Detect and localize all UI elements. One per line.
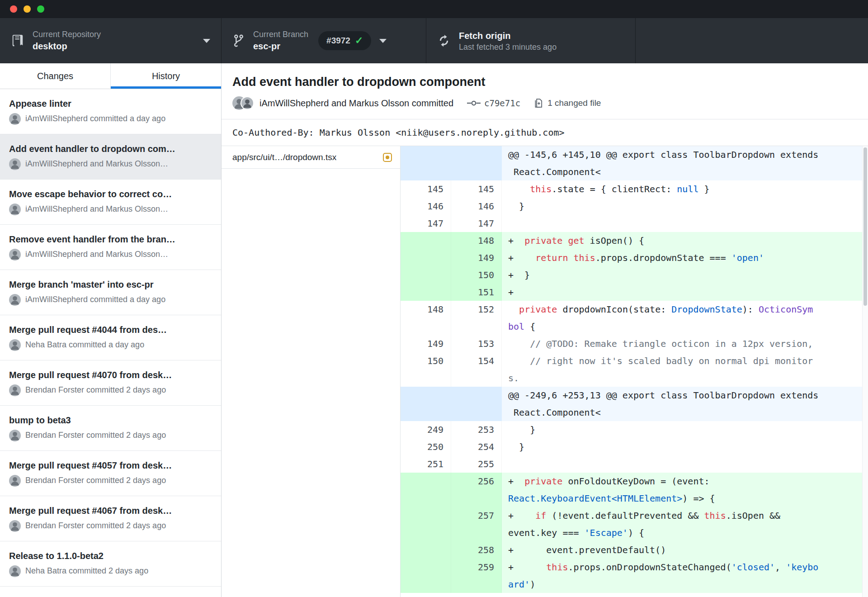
avatar	[9, 565, 21, 577]
commit-list-item[interactable]: Merge pull request #4072 from desk… Bren…	[0, 587, 221, 597]
sidebar-tabs: Changes History	[0, 63, 221, 89]
diff-row: 150 154 // right now it's scaled badly o…	[401, 352, 868, 387]
old-line-number	[401, 507, 451, 541]
commit-list: Appease linter iAmWillShepherd committed…	[0, 89, 221, 597]
old-line-number: 150	[401, 352, 451, 387]
commit-list-item[interactable]: Merge pull request #4044 from des… Neha …	[0, 315, 221, 360]
commit-title: bump to beta3	[9, 415, 214, 426]
diff-code: // right now it's scaled badly on normal…	[502, 352, 868, 387]
commit-title: Merge pull request #4070 from desk…	[9, 370, 214, 380]
file-modified-icon	[383, 153, 392, 162]
commit-header: Add event handler to dropdown component …	[222, 63, 868, 119]
new-line-number: 152	[451, 301, 502, 335]
avatar	[9, 294, 21, 306]
new-line-number	[451, 146, 502, 180]
file-list-item[interactable]: app/src/ui/t…/dropdown.tsx	[222, 146, 400, 169]
new-line-number: 145	[451, 180, 502, 198]
commit-description: Co-Authored-By: Markus Olsson <niik@user…	[222, 119, 868, 146]
new-line-number: 149	[451, 249, 502, 266]
diff-code: + event.preventDefault()	[502, 541, 868, 559]
changed-files-count: 1 changed file	[547, 98, 601, 108]
commit-list-item[interactable]: bump to beta3 Brendan Forster committed …	[0, 406, 221, 451]
commit-title: Merge pull request #4057 from desk…	[9, 460, 214, 471]
avatar	[9, 339, 21, 351]
sync-icon	[437, 34, 451, 47]
commit-title: Merge pull request #4067 from desk…	[9, 506, 214, 516]
old-line-number	[401, 387, 451, 421]
old-line-number: 149	[401, 335, 451, 352]
close-button[interactable]	[10, 5, 17, 13]
commit-meta: Brendan Forster committed 2 days ago	[25, 476, 166, 485]
commit-list-item[interactable]: Merge branch 'master' into esc-pr iAmWil…	[0, 270, 221, 315]
diff-code: +	[502, 284, 868, 301]
commit-sha[interactable]: c79e71c	[484, 98, 520, 108]
new-line-number: 146	[451, 198, 502, 215]
fetch-origin-button[interactable]: Fetch origin Last fetched 3 minutes ago	[426, 18, 636, 63]
commit-list-item[interactable]: Release to 1.1.0-beta2 Neha Batra commit…	[0, 541, 221, 587]
diff-row: 145 145 this.state = { clientRect: null …	[401, 180, 868, 198]
new-line-number: 257	[451, 507, 502, 541]
commit-list-item[interactable]: Merge pull request #4070 from desk… Bren…	[0, 360, 221, 406]
diff-scrollbar-thumb[interactable]	[863, 147, 867, 306]
diff-code	[502, 215, 868, 232]
new-line-number: 148	[451, 232, 502, 249]
diff-code	[502, 455, 868, 473]
diff-view: @@ -145,6 +145,10 @@ export class Toolba…	[401, 146, 868, 597]
diff-row: 149 + return this.props.dropdownState ==…	[401, 249, 868, 266]
commit-list-item[interactable]: Appease linter iAmWillShepherd committed…	[0, 89, 221, 134]
commit-detail-panel: Add event handler to dropdown component …	[222, 63, 868, 597]
commit-title: Appease linter	[9, 99, 214, 109]
repo-icon	[11, 34, 24, 47]
old-line-number: 147	[401, 215, 451, 232]
commit-list-item[interactable]: Merge pull request #4067 from desk… Bren…	[0, 496, 221, 541]
old-line-number	[401, 559, 451, 593]
diff-code: @@ -145,6 +145,10 @@ export class Toolba…	[502, 146, 868, 180]
minimize-button[interactable]	[24, 5, 31, 13]
current-repository-button[interactable]: Current Repository desktop	[0, 18, 222, 63]
avatar	[9, 249, 21, 261]
pr-status-badge[interactable]: #3972 ✓	[318, 31, 371, 50]
commit-meta: Brendan Forster committed 2 days ago	[25, 521, 166, 531]
diff-code: + if (!event.defaultPrevented && this.is…	[502, 507, 868, 541]
old-line-number: 250	[401, 438, 451, 455]
commit-list-item[interactable]: Add event handler to dropdown com… iAmWi…	[0, 134, 221, 180]
commit-title: Move escape behavior to correct co…	[9, 189, 214, 199]
diff-code: }	[502, 421, 868, 438]
new-line-number: 253	[451, 421, 502, 438]
commit-list-item[interactable]: Move escape behavior to correct co… iAmW…	[0, 180, 221, 225]
zoom-button[interactable]	[37, 5, 44, 13]
commit-list-item[interactable]: Merge pull request #4057 from desk… Bren…	[0, 451, 221, 496]
diff-row: 256 + private onFoldoutKeyDown = (event:…	[401, 473, 868, 507]
chevron-down-icon	[379, 39, 387, 43]
commit-meta: Neha Batra committed 2 days ago	[25, 566, 148, 576]
old-line-number: 146	[401, 198, 451, 215]
current-branch-label: Current Branch	[253, 29, 308, 39]
commit-meta: iAmWillShepherd committed a day ago	[25, 295, 165, 304]
traffic-lights	[10, 5, 44, 13]
new-line-number: 150	[451, 266, 502, 284]
avatar	[9, 204, 21, 215]
sidebar: Changes History Appease linter iAmWillSh…	[0, 63, 222, 597]
new-line-number: 256	[451, 473, 502, 507]
tab-changes[interactable]: Changes	[0, 63, 111, 89]
author-avatars	[232, 96, 254, 110]
current-branch-button[interactable]: Current Branch esc-pr #3972 ✓	[222, 18, 426, 63]
old-line-number	[401, 284, 451, 301]
diff-row: 259 + this.props.onDropdownStateChanged(…	[401, 559, 868, 593]
tab-history[interactable]: History	[111, 63, 221, 89]
commit-byline: iAmWillShepherd and Markus Olsson commit…	[259, 98, 453, 109]
commit-list-item[interactable]: Remove event handler from the bran… iAmW…	[0, 225, 221, 270]
fetch-title: Fetch origin	[459, 30, 557, 42]
new-line-number: 151	[451, 284, 502, 301]
diff-row: 148 + private get isOpen() {	[401, 232, 868, 249]
new-line-number	[451, 387, 502, 421]
commit-meta: Neha Batra committed a day ago	[25, 340, 144, 350]
commit-title: Release to 1.1.0-beta2	[9, 551, 214, 561]
diff-rows: @@ -145,6 +145,10 @@ export class Toolba…	[401, 146, 868, 593]
new-line-number: 153	[451, 335, 502, 352]
avatar	[241, 96, 254, 110]
diff-row: 250 254 }	[401, 438, 868, 455]
git-branch-icon	[232, 34, 245, 47]
diff-row: 249 253 }	[401, 421, 868, 438]
file-name: app/src/ui/t…/dropdown.tsx	[232, 152, 383, 162]
